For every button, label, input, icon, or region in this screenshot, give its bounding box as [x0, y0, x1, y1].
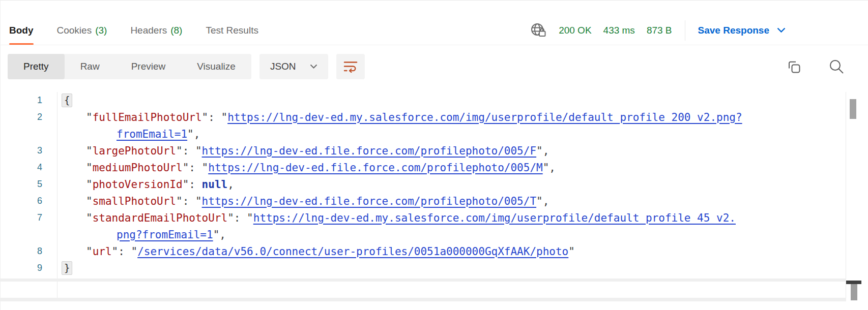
- code-line-content: "largePhotoUrl": "https://lng-dev-ed.fil…: [57, 145, 549, 157]
- tab-body[interactable]: Body: [9, 16, 34, 45]
- code-line: 2"fullEmailPhotoUrl": "https://lng-dev-e…: [1, 109, 868, 126]
- line-number: 4: [1, 162, 57, 173]
- code-line-content: {: [57, 94, 72, 107]
- code-token: largePhotoUrl: [93, 145, 176, 157]
- code-line-content: "fullEmailPhotoUrl": "https://lng-dev-ed…: [57, 111, 742, 123]
- code-line-content: }: [57, 261, 72, 275]
- code-token: null: [202, 178, 228, 191]
- gutter-divider: [57, 92, 57, 301]
- copy-icon: [786, 59, 802, 75]
- code-line-content: "mediumPhotoUrl": "https://lng-dev-ed.fi…: [57, 162, 556, 174]
- line-number: 2: [1, 112, 57, 122]
- tab-test-results[interactable]: Test Results: [206, 16, 258, 45]
- code-token: smallPhotoUrl: [93, 195, 176, 207]
- code-line: 3"largePhotoUrl": "https://lng-dev-ed.fi…: [1, 142, 868, 159]
- response-tabs: Body Cookies (3) Headers (8) Test Result…: [9, 16, 258, 45]
- code-rows: 1{2"fullEmailPhotoUrl": "https://lng-dev…: [1, 92, 868, 276]
- tab-cookies-label: Cookies: [57, 25, 92, 36]
- code-line-content: fromEmail=1",: [57, 128, 200, 140]
- code-line-content: png?fromEmail=1",: [57, 229, 226, 241]
- search-icon: [828, 58, 845, 75]
- response-time[interactable]: 433 ms: [603, 25, 635, 36]
- line-number: 8: [1, 246, 57, 257]
- search-button[interactable]: [828, 58, 845, 75]
- vertical-scrollbar-thumb[interactable]: [850, 99, 856, 119]
- code-line: 4"mediumPhotoUrl": "https://lng-dev-ed.f…: [1, 159, 868, 176]
- format-select-value: JSON: [270, 61, 296, 72]
- code-token: photoVersionId: [93, 178, 183, 191]
- url-link[interactable]: https://lng-dev-ed.file.force.com/profil…: [202, 145, 536, 157]
- code-line: 7"standardEmailPhotoUrl": "https://lng-d…: [1, 209, 868, 226]
- chevron-down-icon: [310, 64, 317, 69]
- code-line: 9}: [1, 260, 868, 276]
- response-size[interactable]: 873 B: [647, 25, 672, 36]
- code-token: ",: [187, 128, 200, 140]
- status-badge[interactable]: 200 OK: [559, 25, 591, 36]
- code-token: standardEmailPhotoUrl: [93, 212, 228, 224]
- save-response-button[interactable]: Save Response: [698, 25, 786, 36]
- code-line-content: "photoVersionId": null,: [57, 178, 234, 191]
- view-mode-raw[interactable]: Raw: [65, 54, 115, 79]
- code-token: ",: [213, 229, 226, 241]
- save-response-label: Save Response: [698, 25, 769, 36]
- code-token: ": [86, 212, 93, 224]
- headers-count-badge: (8): [170, 25, 182, 36]
- code-token: ",: [536, 195, 549, 207]
- divider: [685, 20, 685, 41]
- code-line: 6"smallPhotoUrl": "https://lng-dev-ed.fi…: [1, 193, 868, 209]
- format-select[interactable]: JSON: [259, 54, 328, 79]
- response-header: Body Cookies (3) Headers (8) Test Result…: [1, 16, 868, 45]
- tab-test-results-label: Test Results: [206, 25, 258, 36]
- code-token: ": [568, 245, 575, 258]
- tab-headers[interactable]: Headers (8): [130, 16, 182, 45]
- code-token: ": [86, 145, 93, 157]
- code-token: ",: [543, 162, 556, 174]
- view-mode-preview[interactable]: Preview: [115, 54, 182, 79]
- url-link[interactable]: https://lng-dev-ed.my.salesforce.com/img…: [253, 212, 736, 224]
- view-mode-visualize[interactable]: Visualize: [181, 54, 251, 79]
- code-token: ",: [536, 145, 549, 157]
- line-number: 3: [1, 145, 57, 156]
- url-link[interactable]: https://lng-dev-ed.file.force.com/profil…: [208, 162, 542, 174]
- url-link[interactable]: fromEmail=1: [117, 128, 187, 140]
- code-token: mediumPhotoUrl: [93, 162, 183, 174]
- url-link[interactable]: /services/data/v56.0/connect/user-profil…: [137, 245, 568, 258]
- url-link[interactable]: png?fromEmail=1: [117, 229, 213, 241]
- code-line-content: "url": "/services/data/v56.0/connect/use…: [57, 245, 575, 258]
- code-token: ": ": [176, 195, 202, 207]
- fold-marker[interactable]: }: [62, 261, 72, 275]
- line-number: 1: [1, 95, 57, 106]
- vertical-scrollbar-thumb-bottom[interactable]: [851, 284, 857, 300]
- url-link[interactable]: https://lng-dev-ed.my.salesforce.com/img…: [227, 111, 742, 123]
- view-mode-pretty[interactable]: Pretty: [8, 54, 65, 79]
- code-token: ": [86, 111, 93, 123]
- line-number: 6: [1, 196, 57, 206]
- code-token: ": [86, 162, 93, 174]
- tab-body-label: Body: [9, 25, 34, 36]
- code-token: fullEmailPhotoUrl: [93, 111, 202, 123]
- horizontal-scrollbar-thumb[interactable]: [846, 281, 861, 284]
- view-mode-pretty-label: Pretty: [23, 61, 49, 72]
- code-line-content: "smallPhotoUrl": "https://lng-dev-ed.fil…: [57, 195, 549, 207]
- code-token: ": ": [227, 212, 253, 224]
- globe-lock-icon[interactable]: [530, 22, 547, 39]
- code-line: png?fromEmail=1",: [1, 226, 868, 243]
- code-token: url: [93, 245, 112, 258]
- view-mode-preview-label: Preview: [131, 61, 166, 72]
- horizontal-scrollbar-track: [1, 298, 846, 301]
- url-link[interactable]: https://lng-dev-ed.file.force.com/profil…: [202, 195, 536, 207]
- code-token: ": ": [202, 111, 228, 123]
- copy-button[interactable]: [786, 59, 802, 75]
- tab-cookies[interactable]: Cookies (3): [57, 16, 107, 45]
- fold-marker[interactable]: {: [62, 94, 72, 107]
- body-toolbar-actions: [786, 58, 845, 75]
- code-token: ":: [183, 178, 202, 191]
- code-token: ": ": [176, 145, 202, 157]
- code-token: ": [86, 178, 93, 191]
- chevron-down-icon: [777, 27, 786, 33]
- line-number: 5: [1, 179, 57, 190]
- wrap-lines-button[interactable]: [336, 54, 365, 79]
- code-token: ": [86, 195, 93, 207]
- code-editor[interactable]: 1{2"fullEmailPhotoUrl": "https://lng-dev…: [1, 92, 868, 303]
- horizontal-scrollbar-track: [1, 278, 846, 282]
